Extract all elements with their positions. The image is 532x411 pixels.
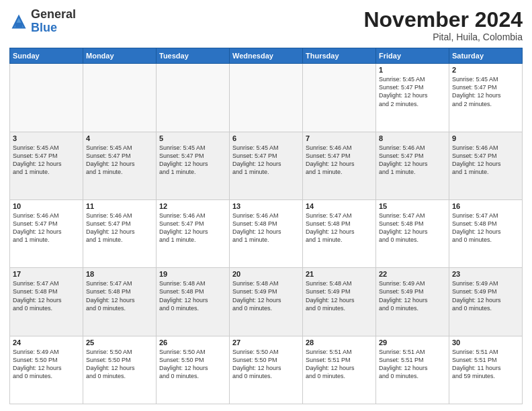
day-number: 18 <box>86 270 153 278</box>
table-row: 22Sunrise: 5:49 AM Sunset: 5:49 PM Dayli… <box>376 268 449 336</box>
day-info: Sunrise: 5:47 AM Sunset: 5:48 PM Dayligh… <box>379 212 446 244</box>
day-info: Sunrise: 5:45 AM Sunset: 5:47 PM Dayligh… <box>13 144 80 177</box>
day-info: Sunrise: 5:50 AM Sunset: 5:50 PM Dayligh… <box>232 348 300 381</box>
day-info: Sunrise: 5:45 AM Sunset: 5:47 PM Dayligh… <box>159 144 226 177</box>
day-info: Sunrise: 5:45 AM Sunset: 5:47 PM Dayligh… <box>86 144 153 177</box>
page: General Blue November 2024 Pital, Huila,… <box>0 0 532 411</box>
day-info: Sunrise: 5:46 AM Sunset: 5:47 PM Dayligh… <box>452 144 519 177</box>
col-saturday: Saturday <box>449 48 523 64</box>
day-info: Sunrise: 5:48 AM Sunset: 5:49 PM Dayligh… <box>232 279 300 312</box>
day-number: 5 <box>159 134 226 142</box>
table-row: 15Sunrise: 5:47 AM Sunset: 5:48 PM Dayli… <box>376 199 449 267</box>
day-number: 30 <box>452 338 519 347</box>
table-row: 28Sunrise: 5:51 AM Sunset: 5:51 PM Dayli… <box>303 336 376 404</box>
table-row: 2Sunrise: 5:45 AM Sunset: 5:47 PM Daylig… <box>449 64 523 132</box>
day-info: Sunrise: 5:51 AM Sunset: 5:51 PM Dayligh… <box>379 348 446 381</box>
day-info: Sunrise: 5:47 AM Sunset: 5:48 PM Dayligh… <box>452 212 519 244</box>
logo-blue: Blue <box>31 21 76 35</box>
day-number: 4 <box>86 134 153 142</box>
table-row: 27Sunrise: 5:50 AM Sunset: 5:50 PM Dayli… <box>230 336 303 404</box>
table-row: 1Sunrise: 5:45 AM Sunset: 5:47 PM Daylig… <box>376 64 449 132</box>
day-info: Sunrise: 5:51 AM Sunset: 5:51 PM Dayligh… <box>306 348 373 381</box>
month-title: November 2024 <box>363 8 523 32</box>
table-row <box>230 64 303 132</box>
day-number: 1 <box>379 66 446 74</box>
table-row: 14Sunrise: 5:47 AM Sunset: 5:48 PM Dayli… <box>303 199 376 267</box>
day-number: 3 <box>13 134 80 142</box>
day-info: Sunrise: 5:45 AM Sunset: 5:47 PM Dayligh… <box>379 75 446 108</box>
day-info: Sunrise: 5:48 AM Sunset: 5:48 PM Dayligh… <box>159 279 226 312</box>
day-number: 20 <box>232 270 300 278</box>
day-number: 26 <box>159 338 226 347</box>
day-number: 2 <box>452 66 519 74</box>
table-row: 7Sunrise: 5:46 AM Sunset: 5:47 PM Daylig… <box>303 132 376 199</box>
logo: General Blue <box>9 8 76 35</box>
day-number: 11 <box>86 202 153 210</box>
day-number: 23 <box>452 270 519 278</box>
table-row: 10Sunrise: 5:46 AM Sunset: 5:47 PM Dayli… <box>10 199 83 267</box>
day-info: Sunrise: 5:46 AM Sunset: 5:47 PM Dayligh… <box>86 212 153 244</box>
table-row: 16Sunrise: 5:47 AM Sunset: 5:48 PM Dayli… <box>449 199 523 267</box>
day-info: Sunrise: 5:48 AM Sunset: 5:49 PM Dayligh… <box>306 279 373 312</box>
day-number: 24 <box>13 338 80 347</box>
header-right: November 2024 Pital, Huila, Colombia <box>363 8 523 42</box>
day-number: 10 <box>13 202 80 210</box>
day-info: Sunrise: 5:50 AM Sunset: 5:50 PM Dayligh… <box>159 348 226 381</box>
table-row: 25Sunrise: 5:50 AM Sunset: 5:50 PM Dayli… <box>83 336 157 404</box>
day-number: 16 <box>452 202 519 210</box>
day-number: 12 <box>159 202 226 210</box>
table-row: 13Sunrise: 5:46 AM Sunset: 5:48 PM Dayli… <box>230 199 303 267</box>
table-row: 4Sunrise: 5:45 AM Sunset: 5:47 PM Daylig… <box>83 132 157 199</box>
table-row: 20Sunrise: 5:48 AM Sunset: 5:49 PM Dayli… <box>230 268 303 336</box>
day-number: 8 <box>379 134 446 142</box>
day-info: Sunrise: 5:46 AM Sunset: 5:47 PM Dayligh… <box>13 212 80 244</box>
logo-icon <box>9 12 28 31</box>
day-number: 22 <box>379 270 446 278</box>
col-sunday: Sunday <box>10 48 83 64</box>
day-info: Sunrise: 5:47 AM Sunset: 5:48 PM Dayligh… <box>86 279 153 312</box>
calendar-week-row: 24Sunrise: 5:49 AM Sunset: 5:50 PM Dayli… <box>10 336 523 404</box>
day-info: Sunrise: 5:49 AM Sunset: 5:49 PM Dayligh… <box>452 279 519 312</box>
calendar-week-row: 10Sunrise: 5:46 AM Sunset: 5:47 PM Dayli… <box>10 199 523 267</box>
day-number: 7 <box>306 134 373 142</box>
col-thursday: Thursday <box>303 48 376 64</box>
table-row <box>83 64 157 132</box>
col-monday: Monday <box>83 48 157 64</box>
day-info: Sunrise: 5:46 AM Sunset: 5:47 PM Dayligh… <box>159 212 226 244</box>
table-row: 24Sunrise: 5:49 AM Sunset: 5:50 PM Dayli… <box>10 336 83 404</box>
table-row: 12Sunrise: 5:46 AM Sunset: 5:47 PM Dayli… <box>157 199 230 267</box>
table-row: 17Sunrise: 5:47 AM Sunset: 5:48 PM Dayli… <box>10 268 83 336</box>
day-number: 17 <box>13 270 80 278</box>
day-info: Sunrise: 5:49 AM Sunset: 5:49 PM Dayligh… <box>379 279 446 312</box>
day-info: Sunrise: 5:49 AM Sunset: 5:50 PM Dayligh… <box>13 348 80 381</box>
table-row <box>303 64 376 132</box>
table-row: 29Sunrise: 5:51 AM Sunset: 5:51 PM Dayli… <box>376 336 449 404</box>
calendar-week-row: 3Sunrise: 5:45 AM Sunset: 5:47 PM Daylig… <box>10 132 523 199</box>
day-info: Sunrise: 5:51 AM Sunset: 5:51 PM Dayligh… <box>452 348 519 381</box>
location: Pital, Huila, Colombia <box>363 32 523 42</box>
table-row: 9Sunrise: 5:46 AM Sunset: 5:47 PM Daylig… <box>449 132 523 199</box>
day-info: Sunrise: 5:46 AM Sunset: 5:47 PM Dayligh… <box>379 144 446 177</box>
table-row: 26Sunrise: 5:50 AM Sunset: 5:50 PM Dayli… <box>157 336 230 404</box>
day-number: 21 <box>306 270 373 278</box>
day-number: 27 <box>232 338 300 347</box>
day-info: Sunrise: 5:47 AM Sunset: 5:48 PM Dayligh… <box>13 279 80 312</box>
day-number: 15 <box>379 202 446 210</box>
table-row: 5Sunrise: 5:45 AM Sunset: 5:47 PM Daylig… <box>157 132 230 199</box>
day-number: 14 <box>306 202 373 210</box>
day-info: Sunrise: 5:47 AM Sunset: 5:48 PM Dayligh… <box>306 212 373 244</box>
day-number: 19 <box>159 270 226 278</box>
day-number: 9 <box>452 134 519 142</box>
day-info: Sunrise: 5:45 AM Sunset: 5:47 PM Dayligh… <box>232 144 300 177</box>
day-number: 29 <box>379 338 446 347</box>
col-wednesday: Wednesday <box>230 48 303 64</box>
svg-rect-2 <box>15 23 23 28</box>
table-row: 21Sunrise: 5:48 AM Sunset: 5:49 PM Dayli… <box>303 268 376 336</box>
day-number: 25 <box>86 338 153 347</box>
calendar-week-row: 1Sunrise: 5:45 AM Sunset: 5:47 PM Daylig… <box>10 64 523 132</box>
table-row: 18Sunrise: 5:47 AM Sunset: 5:48 PM Dayli… <box>83 268 157 336</box>
logo-text: General Blue <box>31 8 76 35</box>
table-row: 3Sunrise: 5:45 AM Sunset: 5:47 PM Daylig… <box>10 132 83 199</box>
day-number: 6 <box>232 134 300 142</box>
day-number: 13 <box>232 202 300 210</box>
